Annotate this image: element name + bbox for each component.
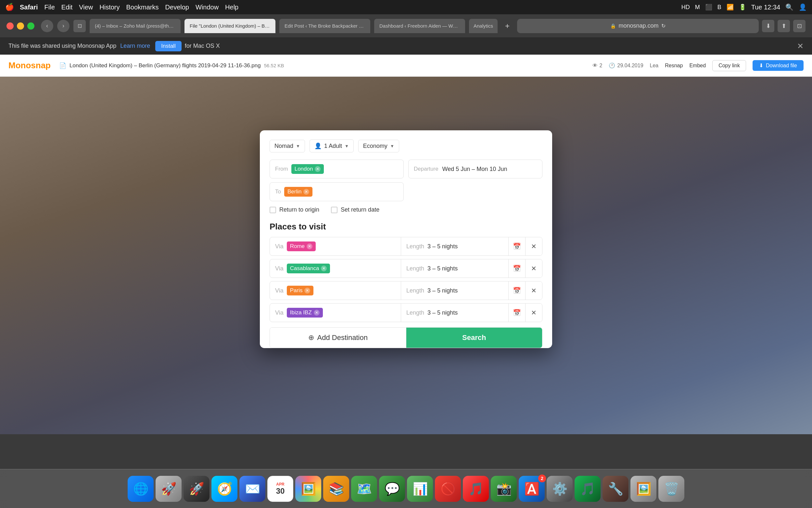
share-button[interactable]: ⬆ <box>777 20 790 32</box>
via-rome-left[interactable]: Via Rome ✕ <box>270 237 401 255</box>
dock-mail[interactable]: ✉️ <box>239 476 266 502</box>
remove-rome-button[interactable]: ✕ <box>525 237 542 255</box>
calendar-rome-button[interactable]: 📅 <box>508 237 525 255</box>
dock-maps[interactable]: 🗺️ <box>351 476 377 502</box>
dock-facetime[interactable]: 📸 <box>491 476 517 502</box>
dock-spotify[interactable]: 🎵 <box>575 476 601 502</box>
casablanca-tag[interactable]: Casablanca ✕ <box>287 264 330 273</box>
search-icon[interactable]: 🔍 <box>785 3 794 11</box>
dock-system-prefs[interactable]: ⚙️ <box>546 476 573 502</box>
download-file-button[interactable]: ⬇ Download file <box>753 60 804 71</box>
casablanca-remove-button[interactable]: ✕ <box>321 265 327 271</box>
dock-messages[interactable]: 💬 <box>379 476 405 502</box>
length-casablanca[interactable]: Length 3 – 5 nights <box>401 259 508 278</box>
to-field[interactable]: To Berlin ✕ <box>270 182 404 201</box>
user-icon[interactable]: 👤 <box>799 3 807 11</box>
from-field[interactable]: From London ✕ <box>270 160 404 178</box>
passengers-dropdown[interactable]: 👤 1 Adult ▼ <box>309 139 354 153</box>
close-button[interactable] <box>6 23 14 30</box>
menubar-file[interactable]: File <box>45 4 55 11</box>
london-tag[interactable]: London ✕ <box>291 164 324 174</box>
forward-button[interactable]: › <box>57 20 69 32</box>
dock-trash[interactable]: 🗑️ <box>658 476 684 502</box>
dock-rocketship[interactable]: 🚀 <box>184 476 209 502</box>
resnap-link[interactable]: Resnap <box>665 63 683 69</box>
menubar-safari[interactable]: Safari <box>20 4 38 11</box>
remove-paris-button[interactable]: ✕ <box>525 282 542 300</box>
dock-numbers[interactable]: 📊 <box>407 476 433 502</box>
remove-casablanca-button[interactable]: ✕ <box>525 259 542 278</box>
dock-tools[interactable]: 🔧 <box>603 476 628 502</box>
menubar-help[interactable]: Help <box>225 4 238 11</box>
berlin-remove-button[interactable]: ✕ <box>303 189 309 195</box>
apple-menu[interactable]: 🍎 <box>5 3 14 11</box>
class-dropdown[interactable]: Economy ▼ <box>358 140 399 153</box>
tab-2[interactable]: File "London (United Kingdom) – Berlin (… <box>185 19 276 33</box>
address-bar[interactable]: 🔒 monosnap.com ↻ <box>517 19 759 33</box>
hd-icon: HD <box>681 4 690 11</box>
remove-ibiza-button[interactable]: ✕ <box>525 304 542 322</box>
reload-icon[interactable]: ↻ <box>661 23 666 29</box>
install-button[interactable]: Install <box>155 41 181 51</box>
notification-close-icon[interactable]: ✕ <box>797 42 804 51</box>
dock-photos[interactable]: 🖼️ <box>295 476 321 502</box>
copy-link-button[interactable]: Copy link <box>712 60 746 71</box>
via-paris-left[interactable]: Via Paris ✕ <box>270 282 401 300</box>
rome-tag[interactable]: Rome ✕ <box>287 242 316 251</box>
departure-field[interactable]: Departure Wed 5 Jun – Mon 10 Jun <box>408 160 542 178</box>
dock-launchpad[interactable]: 🚀 <box>155 476 182 502</box>
dock-appstore[interactable]: 🅰️ 2 <box>519 476 545 502</box>
dock-calendar[interactable]: APR 30 <box>267 476 293 502</box>
menubar-view[interactable]: View <box>79 4 93 11</box>
back-button[interactable]: ‹ <box>41 20 53 32</box>
return-date-checkbox-box[interactable] <box>331 207 337 213</box>
length-paris[interactable]: Length 3 – 5 nights <box>401 282 508 300</box>
menubar-develop[interactable]: Develop <box>165 4 189 11</box>
length-rome[interactable]: Length 3 – 5 nights <box>401 237 508 255</box>
ibiza-remove-button[interactable]: ✕ <box>314 310 320 315</box>
rome-remove-button[interactable]: ✕ <box>306 244 313 249</box>
calendar-paris-button[interactable]: 📅 <box>508 282 525 300</box>
download-button[interactable]: ⬇ <box>762 20 774 32</box>
dock-music[interactable]: 🎵 <box>463 476 489 502</box>
menubar-edit[interactable]: Edit <box>61 4 73 11</box>
minimize-button[interactable] <box>17 23 24 30</box>
return-checkbox-box[interactable] <box>270 207 276 213</box>
tab-5[interactable]: Analytics <box>469 19 497 33</box>
paris-remove-button[interactable]: ✕ <box>304 288 310 294</box>
dock-safari[interactable]: 🧭 <box>211 476 237 502</box>
menubar-bookmarks[interactable]: Bookmarks <box>126 4 159 11</box>
tab-view-button[interactable]: ⊡ <box>74 20 86 32</box>
dock-image-viewer[interactable]: 🖼️ <box>630 476 657 502</box>
bluetooth-icon: B <box>717 4 721 11</box>
add-destination-button[interactable]: ⊕ Add Destination <box>270 328 406 348</box>
dock-news[interactable]: 🚫 <box>435 476 461 502</box>
monosnap-logo[interactable]: Monosnap <box>8 60 51 71</box>
tab-1[interactable]: (4) – Inbox – Zoho Mail (press@thebrokeb… <box>90 19 181 33</box>
travel-type-dropdown[interactable]: Nomad ▼ <box>270 140 305 153</box>
calendar-ibiza-button[interactable]: 📅 <box>508 304 525 322</box>
return-to-origin-checkbox[interactable]: Return to origin <box>270 206 319 213</box>
dock-books[interactable]: 📚 <box>323 476 349 502</box>
ibiza-tag[interactable]: Ibiza IBZ ✕ <box>287 308 323 318</box>
paris-tag[interactable]: Paris ✕ <box>287 286 314 295</box>
calendar-casablanca-button[interactable]: 📅 <box>508 259 525 278</box>
search-button[interactable]: Search <box>406 328 542 348</box>
tab-3[interactable]: Edit Post ‹ The Broke Backpacker — Word.… <box>279 19 370 33</box>
via-casablanca-left[interactable]: Via Casablanca ✕ <box>270 259 401 278</box>
set-return-date-checkbox[interactable]: Set return date <box>331 206 379 213</box>
via-ibiza-left[interactable]: Via Ibiza IBZ ✕ <box>270 304 401 322</box>
tab-4[interactable]: Dashboard ‹ Freeborn Aiden — WordPress <box>374 19 465 33</box>
embed-link[interactable]: Embed <box>689 63 706 69</box>
berlin-tag[interactable]: Berlin ✕ <box>284 187 313 197</box>
fullscreen-button[interactable] <box>27 23 35 30</box>
learn-more-link[interactable]: Learn more <box>120 43 150 49</box>
length-ibiza[interactable]: Length 3 – 5 nights <box>401 304 508 322</box>
sidebar-toggle[interactable]: ⊡ <box>793 20 806 32</box>
london-remove-button[interactable]: ✕ <box>315 166 321 172</box>
menubar-history[interactable]: History <box>99 4 120 11</box>
new-tab-button[interactable]: + <box>501 20 513 32</box>
passengers-label: 1 Adult <box>324 143 342 150</box>
dock-finder[interactable]: 🌐 <box>128 476 154 502</box>
menubar-window[interactable]: Window <box>195 4 219 11</box>
